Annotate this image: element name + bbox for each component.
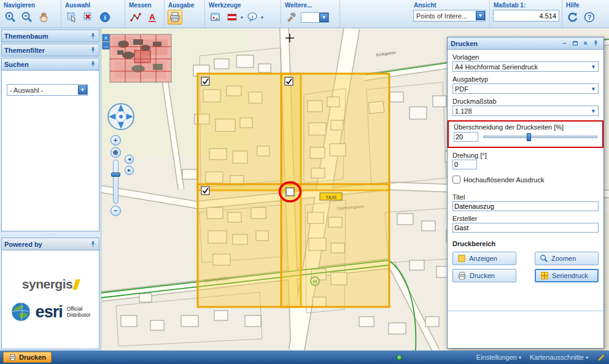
identify-info-tool[interactable]: i [98, 10, 112, 25]
balloon-info-icon: i [246, 11, 258, 23]
chevron-down-icon: ▾ [586, 355, 588, 360]
ueberschneidung-input[interactable] [454, 132, 478, 142]
pin-icon[interactable] [90, 241, 96, 247]
printer-icon [169, 11, 181, 23]
select-tool[interactable] [64, 10, 79, 25]
ueberschneidung-slider-handle[interactable] [527, 133, 531, 141]
einstellungen-menu[interactable]: Einstellungen▾ [476, 354, 521, 361]
print-tool[interactable] [168, 10, 182, 25]
ausgabetyp-select[interactable]: PDF ▼ [452, 83, 599, 94]
flag-dropdown-arrow[interactable]: ▾ [241, 15, 243, 20]
page-checkbox-unchecked[interactable] [286, 188, 294, 196]
zoomen-button[interactable]: Zoomen [535, 252, 599, 265]
group-label: Ausgabe [168, 2, 201, 9]
toolbar-group-hilfe: Hilfe ? [562, 0, 609, 28]
refresh-icon [567, 11, 579, 23]
print-dialog-title: Drucken [451, 40, 478, 47]
seriendruck-button[interactable]: Seriendruck [535, 269, 599, 282]
kartenausschnitte-menu[interactable]: Kartenausschnitte▾ [530, 354, 588, 361]
weitere-combobox[interactable]: ▼ [301, 12, 329, 23]
restore-button[interactable] [570, 39, 580, 48]
zoom-in-tool[interactable] [3, 10, 18, 25]
close-icon[interactable]: × [104, 35, 107, 41]
pan-tool[interactable] [36, 10, 51, 25]
chevron-down-icon[interactable]: ▼ [476, 11, 485, 20]
chevron-down-icon[interactable]: ▼ [591, 108, 596, 114]
chevron-down-icon[interactable]: ▼ [591, 86, 596, 92]
pin-icon[interactable] [90, 61, 96, 68]
scale-input[interactable] [493, 10, 559, 21]
ansicht-select-value: Points of Intere... [416, 12, 476, 20]
full-extent-button[interactable]: ⊕ [111, 147, 121, 158]
search-category-value: - Auswahl - [10, 87, 78, 94]
titel-input[interactable] [452, 201, 599, 211]
chevron-down-icon[interactable]: ▼ [591, 64, 596, 70]
resize-icon[interactable]: ↔ [104, 44, 109, 49]
page-checkbox-checked[interactable] [285, 77, 293, 85]
austria-flag-icon [226, 11, 238, 23]
minimize-button[interactable]: – [560, 39, 569, 48]
overview-extent-box[interactable] [134, 50, 150, 63]
ueberschneidung-slider[interactable] [483, 136, 597, 138]
previous-extent-button[interactable]: ◄ [125, 155, 134, 164]
pin-icon[interactable] [90, 47, 96, 53]
partner-logos: synergis esri OfficialDistributor [1, 250, 99, 349]
zoom-out-tool[interactable] [20, 10, 34, 25]
anzeigen-button[interactable]: Anzeigen [452, 252, 516, 265]
esri-wordmark: esri [36, 303, 63, 322]
close-button[interactable]: × [581, 39, 590, 48]
chevron-down-icon[interactable]: ▼ [78, 85, 87, 95]
ansicht-select[interactable]: Points of Intere... ▼ [413, 10, 486, 21]
drucken-bottom-tab[interactable]: Drucken [3, 352, 52, 363]
pin-icon [592, 40, 599, 47]
sidebar-item-suchen[interactable]: Suchen [1, 58, 99, 71]
clear-selection-icon [82, 11, 95, 23]
esri-distributor-label: OfficialDistributor [67, 306, 91, 318]
compass-control[interactable] [106, 102, 136, 131]
sidebar-item-themenbaum[interactable]: Themenbaum [1, 29, 99, 42]
screenshot-tool[interactable] [208, 10, 223, 25]
hammer-icon [285, 11, 298, 23]
balloon-dropdown-arrow[interactable]: ▾ [261, 15, 263, 20]
hochaufloesend-checkbox[interactable] [452, 176, 460, 184]
page-checkbox-checked[interactable] [201, 77, 209, 85]
overview-map[interactable]: × ↔ [103, 34, 171, 82]
next-extent-button[interactable]: ► [125, 166, 134, 175]
zoom-slider-handle[interactable] [111, 172, 120, 177]
sidebar-item-powered-by[interactable]: Powered by [1, 238, 99, 250]
panel-title: Themenfilter [4, 47, 45, 54]
page-checkbox-checked[interactable] [201, 187, 209, 195]
ausgabetyp-value: PDF [455, 85, 591, 93]
drehung-input[interactable] [452, 160, 477, 169]
ersteller-label: Ersteller [452, 215, 599, 222]
pin-icon[interactable] [90, 33, 96, 39]
druckmassstab-select[interactable]: 1.128 ▼ [452, 106, 599, 116]
ersteller-input[interactable] [452, 223, 599, 233]
measure-area-tool[interactable]: A [145, 10, 160, 25]
panel-title: Powered by [4, 241, 42, 248]
chevron-down-icon[interactable]: ▼ [319, 13, 328, 22]
measure-line-tool[interactable] [128, 10, 143, 25]
zoom-slider[interactable] [113, 160, 118, 204]
print-dialog: Drucken – × Vorlagen A4 Hochformat Serie… [447, 37, 604, 349]
pencil-edit-icon[interactable] [597, 353, 606, 362]
refresh-tool[interactable] [565, 10, 580, 25]
sidebar-item-themenfilter[interactable]: Themenfilter [1, 44, 99, 56]
search-category-select[interactable]: - Auswahl - ▼ [7, 84, 88, 96]
zoom-out-button[interactable]: − [111, 206, 121, 216]
print-dialog-titlebar[interactable]: Drucken – × [448, 37, 603, 50]
vorlagen-label: Vorlagen [452, 53, 599, 61]
tools-hammer-tool[interactable] [284, 10, 299, 25]
page-preview-icon [457, 254, 466, 263]
pin-button[interactable] [591, 39, 600, 48]
vorlagen-select[interactable]: A4 Hochformat Seriendruck ▼ [452, 61, 599, 72]
flag-tool[interactable] [225, 10, 239, 25]
panel-resize-handle[interactable]: ···· [0, 231, 101, 236]
clear-selection-tool[interactable] [81, 10, 96, 25]
titel-label: Titel [452, 193, 599, 201]
main-toolbar: Navigieren Auswahl i Messen A Ausgabe [0, 0, 609, 28]
help-tool[interactable]: ? [582, 10, 597, 25]
zoom-in-button[interactable]: + [111, 135, 121, 145]
info-balloon-tool[interactable]: i [245, 10, 260, 25]
drucken-button[interactable]: Drucken [452, 269, 516, 282]
